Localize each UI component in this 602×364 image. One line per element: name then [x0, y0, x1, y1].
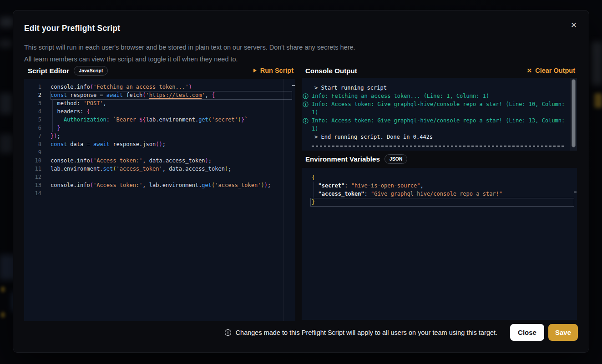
background-blur-shape	[1, 287, 5, 292]
clear-output-label: Clear Output	[535, 67, 575, 74]
line-number: 3	[24, 99, 51, 107]
info-icon	[303, 118, 309, 124]
info-icon	[303, 93, 309, 99]
background-blur-shape	[0, 93, 13, 114]
script-editor-title: Script Editor	[28, 67, 69, 75]
code-line: "access_token": "Give graphql-hive/conso…	[302, 190, 577, 198]
code-line: 6 }	[24, 124, 295, 132]
line-number: 8	[24, 140, 51, 148]
line-number: 2	[24, 91, 51, 99]
code-line: 4 headers: {	[24, 107, 295, 116]
code-line: 14	[24, 189, 295, 197]
footer-notice-text: Changes made to this Preflight Script wi…	[236, 329, 497, 336]
run-script-label: Run Script	[260, 67, 293, 74]
code-line: "secret": "hive-is-open-source",	[302, 182, 577, 190]
code-line: 3 method: 'POST',	[24, 99, 295, 107]
console-log-entry: Info: Access token: Give graphql-hive/co…	[302, 100, 567, 116]
console-output-title: Console Output	[305, 67, 357, 75]
console-scrollbar-track[interactable]	[570, 78, 577, 151]
code-line: 5 Authorization: `Bearer ${lab.environme…	[24, 116, 295, 124]
background-blur-shape	[0, 134, 14, 153]
environment-variables-title: Environment Variables	[305, 155, 380, 163]
info-icon	[303, 101, 309, 107]
line-number: 12	[24, 173, 51, 181]
close-button[interactable]: Close	[510, 324, 544, 341]
line-number: 11	[24, 165, 51, 173]
console-output-header: Console Output ✕ Clear Output	[302, 65, 577, 76]
modal-description: This script will run in each user's brow…	[24, 41, 355, 65]
code-line: }	[302, 198, 577, 206]
console-log-entry: > Start running script	[302, 84, 567, 92]
line-number: 5	[24, 116, 51, 124]
line-number: 1	[24, 83, 51, 91]
background-blur-shape	[594, 93, 602, 108]
console-log-entry: > End running script. Done in 0.442s	[302, 133, 567, 141]
console-divider	[312, 146, 566, 147]
clear-output-button[interactable]: ✕ Clear Output	[526, 67, 575, 74]
code-line: 10console.info('Access token:', data.acc…	[24, 157, 295, 165]
console-log-text: > End running script. Done in 0.442s	[314, 134, 433, 140]
line-number: 4	[24, 107, 51, 116]
editor-cursor-marker	[292, 85, 295, 86]
code-line: 8const data = await response.json();	[24, 140, 295, 148]
clear-icon: ✕	[526, 67, 532, 74]
close-icon[interactable]: ✕	[568, 20, 580, 31]
code-line: 2const response = await fetch('https://t…	[24, 91, 295, 99]
footer-notice: Changes made to this Preflight Script wi…	[224, 329, 497, 336]
code-line: 9	[24, 148, 295, 157]
save-button[interactable]: Save	[548, 324, 578, 341]
background-blur-shape	[0, 17, 14, 27]
script-editor[interactable]: 1console.info('Fetching an access token.…	[24, 79, 295, 321]
preflight-script-modal: ✕ Edit your Preflight Script This script…	[13, 10, 589, 353]
line-number: 6	[24, 124, 51, 132]
background-blur-shape	[0, 40, 12, 47]
modal-title: Edit your Preflight Script	[24, 24, 120, 33]
code-line: {	[302, 173, 577, 182]
console-log-text: Info: Access token: Give graphql-hive/co…	[312, 117, 568, 132]
line-number: 9	[24, 148, 51, 157]
modal-description-line2: All team members can view the script and…	[24, 53, 355, 65]
modal-footer: Changes made to this Preflight Script wi…	[224, 324, 578, 341]
script-editor-header: Script Editor JavaScript Run Script	[24, 65, 295, 76]
console-log-text: Info: Fetching an access token... (Line:…	[312, 93, 489, 99]
editor-cursor-marker	[574, 192, 577, 192]
info-icon	[224, 329, 232, 336]
environment-variables-editor[interactable]: { "secret": "hive-is-open-source", "acce…	[302, 168, 577, 320]
line-number: 7	[24, 132, 51, 140]
code-line: 12	[24, 173, 295, 181]
console-log-entry: Info: Fetching an access token... (Line:…	[302, 92, 567, 100]
console-log-text: > Start running script	[314, 85, 387, 91]
background-blur-shape	[592, 42, 602, 85]
background-blur-shape	[1, 312, 5, 318]
line-number: 13	[24, 181, 51, 189]
console-scrollbar-thumb[interactable]	[572, 79, 576, 147]
code-line: 11lab.environment.set('access_token', da…	[24, 165, 295, 173]
editor-overview-ruler	[283, 79, 284, 321]
play-icon	[253, 68, 257, 73]
console-log-text: Info: Access token: Give graphql-hive/co…	[312, 101, 568, 116]
javascript-badge: JavaScript	[74, 66, 108, 76]
console-output-panel: > Start running scriptInfo: Fetching an …	[302, 78, 577, 151]
modal-description-line1: This script will run in each user's brow…	[24, 41, 355, 53]
code-line: 1console.info('Fetching an access token.…	[24, 83, 295, 91]
code-line: 13console.info('Access token:', lab.envi…	[24, 181, 295, 189]
line-number: 10	[24, 157, 51, 165]
code-line: 7});	[24, 132, 295, 140]
environment-variables-header: Environment Variables JSON	[302, 153, 577, 165]
run-script-button[interactable]: Run Script	[253, 67, 293, 74]
json-badge: JSON	[384, 154, 408, 164]
line-number: 14	[24, 189, 51, 197]
console-log-entry: Info: Access token: Give graphql-hive/co…	[302, 116, 567, 133]
